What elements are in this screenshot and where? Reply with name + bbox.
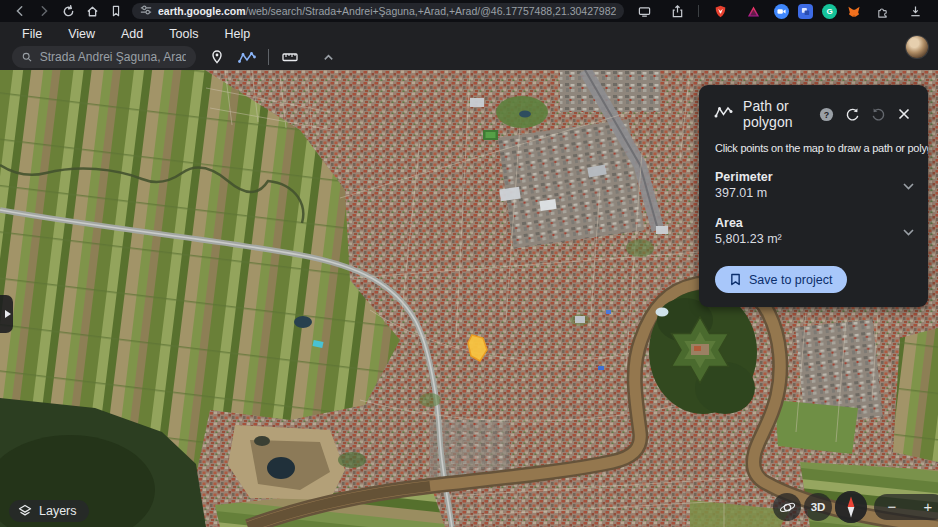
downloads-icon[interactable] bbox=[903, 2, 927, 20]
chevron-right-icon bbox=[5, 310, 11, 318]
save-button-label: Save to project bbox=[749, 273, 832, 287]
search-icon bbox=[22, 51, 32, 63]
url-path: /web/search/Strada+Andrei+Şaguna,+Arad,+… bbox=[246, 5, 616, 17]
url-domain: earth.google.com bbox=[158, 5, 246, 17]
sidebar-expander[interactable] bbox=[0, 295, 13, 333]
home-button[interactable] bbox=[80, 2, 104, 20]
layers-label: Layers bbox=[39, 504, 77, 518]
chevron-down-icon[interactable] bbox=[903, 176, 914, 194]
zoom-in-button[interactable]: + bbox=[915, 494, 938, 520]
menu-bar: File View Add Tools Help bbox=[0, 22, 938, 43]
warning-triangle-icon[interactable] bbox=[741, 2, 765, 20]
panel-instruction: Click points on the map to draw a path o… bbox=[699, 134, 928, 154]
zoom-out-button[interactable]: − bbox=[879, 494, 905, 520]
help-icon[interactable]: ? bbox=[816, 104, 836, 124]
bookmark-icon bbox=[730, 273, 741, 286]
menu-view[interactable]: View bbox=[68, 27, 95, 41]
path-polygon-panel: Path or polygon ? Click points on the ma… bbox=[699, 85, 928, 307]
menu-file[interactable]: File bbox=[22, 27, 42, 41]
compass-needle-icon bbox=[835, 491, 867, 523]
ruler-measure-button[interactable] bbox=[275, 45, 305, 69]
brave-shield-icon[interactable] bbox=[708, 2, 732, 20]
zoom-extension-icon[interactable] bbox=[774, 4, 789, 19]
browser-action-icons: G VPN bbox=[632, 2, 938, 20]
menu-tools[interactable]: Tools bbox=[169, 27, 198, 41]
area-value: 5,801.23 m² bbox=[715, 232, 903, 246]
close-icon[interactable] bbox=[894, 104, 914, 124]
panel-title: Path or polygon bbox=[743, 98, 816, 130]
bookmark-icon[interactable] bbox=[104, 2, 128, 20]
forward-button[interactable] bbox=[32, 2, 56, 20]
extensions-puzzle-icon[interactable] bbox=[870, 2, 894, 20]
search-value: Strada Andrei Şaguna, Arad, Arad bbox=[40, 50, 186, 64]
orbit-icon bbox=[779, 499, 796, 516]
metamask-extension-icon[interactable] bbox=[846, 4, 861, 19]
path-polygon-tool-button[interactable] bbox=[232, 45, 262, 69]
perimeter-value: 397.01 m bbox=[715, 186, 903, 200]
browser-toolbar: earth.google.com/web/search/Strada+Andre… bbox=[0, 0, 938, 22]
area-label: Area bbox=[715, 216, 903, 230]
cast-icon[interactable] bbox=[632, 2, 656, 20]
redo-icon[interactable] bbox=[842, 104, 862, 124]
google-earth-window: earth.google.com/web/search/Strada+Andre… bbox=[0, 0, 938, 527]
save-to-project-button[interactable]: Save to project bbox=[715, 266, 847, 293]
orbit-button[interactable] bbox=[773, 493, 801, 521]
url-text: earth.google.com/web/search/Strada+Andre… bbox=[158, 5, 616, 17]
toolbar-divider bbox=[268, 49, 269, 65]
undo-icon[interactable] bbox=[868, 104, 888, 124]
map-quarry bbox=[228, 425, 345, 500]
path-polygon-icon bbox=[714, 105, 733, 123]
compass[interactable] bbox=[835, 491, 867, 523]
perimeter-label: Perimeter bbox=[715, 170, 903, 184]
map-fortress bbox=[649, 290, 757, 414]
search-input[interactable]: Strada Andrei Şaguna, Arad, Arad bbox=[12, 46, 196, 68]
chevron-down-icon[interactable] bbox=[903, 222, 914, 240]
3d-label: 3D bbox=[811, 501, 826, 513]
collapse-toolbar-button[interactable] bbox=[313, 45, 343, 69]
perimeter-row[interactable]: Perimeter 397.01 m bbox=[699, 170, 928, 200]
earth-app-bar: File View Add Tools Help Strada Andrei Ş… bbox=[0, 22, 938, 70]
svg-text:?: ? bbox=[823, 109, 828, 119]
url-bar[interactable]: earth.google.com/web/search/Strada+Andre… bbox=[132, 3, 624, 19]
placemark-pin-button[interactable] bbox=[202, 45, 232, 69]
menu-add[interactable]: Add bbox=[121, 27, 143, 41]
zoom-control: − + bbox=[874, 494, 938, 520]
reload-button[interactable] bbox=[56, 2, 80, 20]
grammarly-extension-icon[interactable]: G bbox=[822, 4, 837, 19]
map-navigation-controls: 3D − + bbox=[773, 491, 938, 523]
back-button[interactable] bbox=[8, 2, 32, 20]
panel-header: Path or polygon ? bbox=[699, 85, 928, 134]
3d-toggle-button[interactable]: 3D bbox=[804, 493, 832, 521]
site-settings-icon[interactable] bbox=[140, 3, 152, 19]
area-row[interactable]: Area 5,801.23 m² bbox=[699, 216, 928, 246]
share-icon[interactable] bbox=[665, 2, 689, 20]
layers-icon bbox=[18, 504, 32, 518]
toolbar-divider bbox=[698, 5, 699, 17]
menu-help[interactable]: Help bbox=[224, 27, 250, 41]
layers-button[interactable]: Layers bbox=[9, 500, 89, 522]
translate-extension-icon[interactable] bbox=[798, 4, 813, 19]
profile-avatar[interactable] bbox=[906, 36, 928, 58]
search-toolbar: Strada Andrei Şaguna, Arad, Arad bbox=[0, 44, 938, 70]
